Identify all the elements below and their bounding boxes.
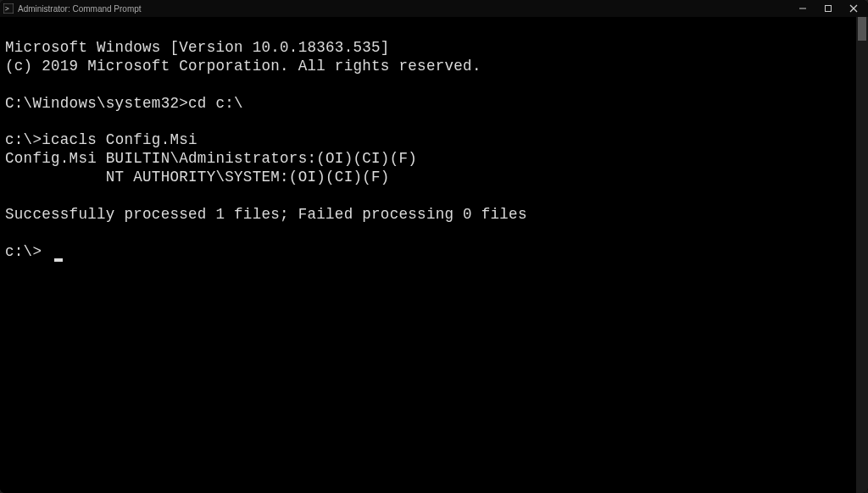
- scrollbar-thumb[interactable]: [858, 17, 866, 41]
- titlebar-left: > Administrator: Command Prompt: [3, 3, 142, 14]
- window-title: Administrator: Command Prompt: [18, 4, 142, 14]
- copyright-line: (c) 2019 Microsoft Corporation. All righ…: [5, 58, 481, 75]
- prompt: c:\>: [5, 243, 51, 260]
- command-prompt-window: > Administrator: Command Prompt Microsof…: [0, 0, 868, 493]
- maximize-button[interactable]: [815, 0, 841, 17]
- command-icacls: icacls Config.Msi: [42, 131, 198, 148]
- svg-text:>: >: [5, 5, 9, 13]
- vertical-scrollbar[interactable]: [856, 17, 868, 493]
- cmd-app-icon: >: [3, 3, 14, 14]
- terminal-content: Microsoft Windows [Version 10.0.18363.53…: [0, 17, 868, 493]
- titlebar[interactable]: > Administrator: Command Prompt: [0, 0, 868, 17]
- os-version-line: Microsoft Windows [Version 10.0.18363.53…: [5, 39, 390, 56]
- terminal-area[interactable]: Microsoft Windows [Version 10.0.18363.53…: [0, 17, 868, 493]
- command-cd: cd c:\: [188, 95, 243, 112]
- cursor: [54, 258, 63, 262]
- output-line: Config.Msi BUILTIN\Administrators:(OI)(C…: [5, 150, 417, 167]
- window-controls: [790, 0, 866, 17]
- output-line: NT AUTHORITY\SYSTEM:(OI)(CI)(F): [5, 169, 390, 186]
- output-line: Successfully processed 1 files; Failed p…: [5, 206, 527, 223]
- close-button[interactable]: [841, 0, 866, 17]
- prompt: c:\>: [5, 131, 42, 148]
- svg-rect-3: [826, 6, 832, 12]
- minimize-button[interactable]: [790, 0, 815, 17]
- prompt: C:\Windows\system32>: [5, 95, 188, 112]
